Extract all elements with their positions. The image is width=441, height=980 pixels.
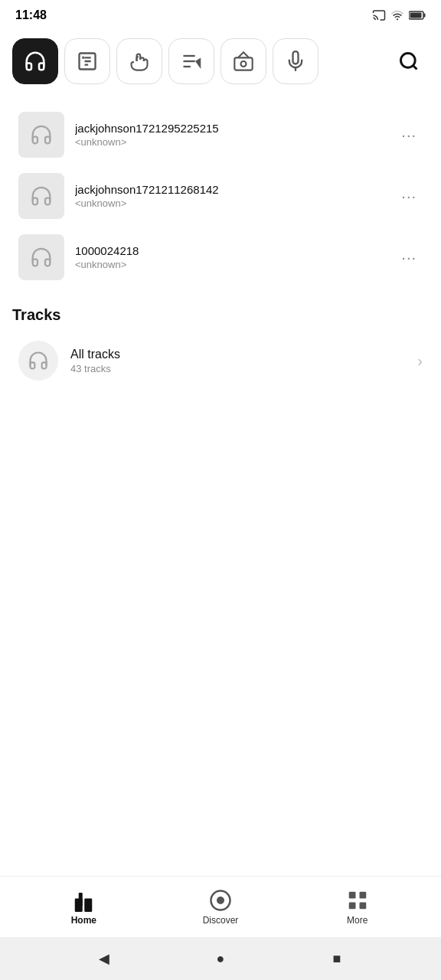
artist-sub-2: <unknown> xyxy=(75,198,395,209)
track-count-all: 43 tracks xyxy=(70,363,417,374)
bottom-nav: Home Discover More xyxy=(0,876,441,937)
svg-rect-11 xyxy=(234,57,252,70)
artist-info-1: jackjohnson1721295225215 <unknown> xyxy=(75,122,395,148)
more-icon xyxy=(346,889,369,912)
nav-home-label: Home xyxy=(71,915,96,926)
tab-queue[interactable] xyxy=(168,38,214,84)
track-chevron-all: › xyxy=(417,352,423,370)
artist-thumb-2 xyxy=(18,173,64,219)
tab-bar xyxy=(0,31,441,92)
artist-list: jackjohnson1721295225215 <unknown> ··· j… xyxy=(12,104,429,288)
status-time: 11:48 xyxy=(15,8,47,22)
artist-info-2: jackjohnson1721211268142 <unknown> xyxy=(75,183,395,209)
nav-discover-label: Discover xyxy=(203,915,239,926)
recent-button[interactable]: ■ xyxy=(328,949,346,968)
status-bar: 11:48 xyxy=(0,0,441,31)
track-row-all[interactable]: All tracks 43 tracks › xyxy=(12,333,429,388)
tracks-list: All tracks 43 tracks › xyxy=(12,333,429,388)
artist-name-2: jackjohnson1721211268142 xyxy=(75,183,395,196)
svg-line-16 xyxy=(413,65,416,69)
artist-more-1[interactable]: ··· xyxy=(395,122,423,149)
svg-rect-24 xyxy=(348,902,355,909)
svg-rect-3 xyxy=(424,14,426,18)
nav-more[interactable]: More xyxy=(289,889,426,926)
content-area: jackjohnson1721295225215 <unknown> ··· j… xyxy=(0,92,441,876)
svg-point-15 xyxy=(401,54,416,68)
artist-more-2[interactable]: ··· xyxy=(395,183,423,210)
svg-point-21 xyxy=(217,897,224,903)
svg-rect-4 xyxy=(410,13,422,18)
svg-point-6 xyxy=(83,57,83,58)
artist-item-1[interactable]: jackjohnson1721295225215 <unknown> ··· xyxy=(12,104,429,165)
svg-rect-23 xyxy=(359,891,366,898)
nav-more-label: More xyxy=(347,915,368,926)
home-button[interactable]: ● xyxy=(211,949,230,968)
artist-item-3[interactable]: 1000024218 <unknown> ··· xyxy=(12,227,429,288)
search-button[interactable] xyxy=(389,41,429,81)
artist-more-3[interactable]: ··· xyxy=(395,244,423,271)
artist-name-1: jackjohnson1721295225215 xyxy=(75,122,395,135)
system-nav-bar: ◀ ● ■ xyxy=(0,937,441,980)
svg-point-12 xyxy=(241,61,247,67)
track-info-all: All tracks 43 tracks xyxy=(70,348,417,374)
svg-rect-19 xyxy=(79,893,83,906)
artist-item-2[interactable]: jackjohnson1721211268142 <unknown> ··· xyxy=(12,165,429,227)
back-button[interactable]: ◀ xyxy=(95,949,113,968)
discover-icon xyxy=(209,889,232,912)
artist-sub-3: <unknown> xyxy=(75,259,395,270)
svg-rect-18 xyxy=(85,898,93,912)
svg-point-1 xyxy=(397,18,398,20)
home-icon xyxy=(72,889,95,912)
tab-headphones[interactable] xyxy=(12,38,58,84)
artist-thumb-1 xyxy=(18,112,64,158)
nav-home[interactable]: Home xyxy=(15,889,152,926)
svg-rect-22 xyxy=(348,891,355,898)
tab-radio[interactable] xyxy=(220,38,266,84)
svg-marker-10 xyxy=(196,59,201,68)
artist-sub-1: <unknown> xyxy=(75,136,395,148)
wifi-icon xyxy=(390,8,404,22)
track-name-all: All tracks xyxy=(70,348,417,361)
battery-icon xyxy=(409,11,426,20)
cast-icon xyxy=(372,8,386,22)
tab-music-note[interactable] xyxy=(64,38,110,84)
status-icons xyxy=(372,8,426,22)
tab-gesture[interactable] xyxy=(116,38,162,84)
svg-rect-25 xyxy=(359,902,366,909)
tracks-section-title: Tracks xyxy=(12,306,429,324)
artist-info-3: 1000024218 <unknown> xyxy=(75,244,395,270)
nav-discover[interactable]: Discover xyxy=(152,889,289,926)
tab-mic[interactable] xyxy=(273,38,318,84)
artist-name-3: 1000024218 xyxy=(75,244,395,257)
track-icon-all xyxy=(18,341,58,381)
artist-thumb-3 xyxy=(18,234,64,280)
tracks-section: Tracks All tracks 43 tracks › xyxy=(12,306,429,388)
